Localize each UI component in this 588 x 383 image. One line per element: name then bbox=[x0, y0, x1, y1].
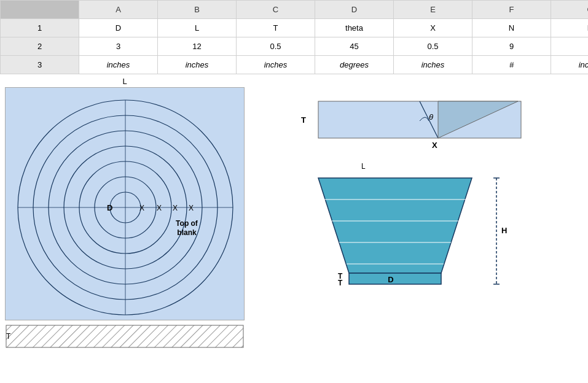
cell-b3[interactable]: inches bbox=[158, 56, 237, 74]
svg-rect-20 bbox=[349, 273, 441, 284]
trap-H-dashed: H bbox=[490, 172, 515, 295]
cell-d1[interactable]: theta bbox=[315, 19, 394, 37]
cell-e2[interactable]: 0.5 bbox=[394, 37, 472, 56]
strip-T-label: T bbox=[6, 332, 11, 341]
trapezoid-L-label: L bbox=[361, 162, 539, 171]
col-header-g: G bbox=[551, 1, 589, 19]
circle-X4-label: X bbox=[189, 204, 194, 212]
bottom-strip-diagram: T bbox=[5, 323, 245, 350]
row-header-2: 2 bbox=[1, 37, 79, 56]
cell-a2[interactable]: 3 bbox=[79, 37, 158, 56]
corner-cell bbox=[1, 1, 79, 19]
angle-X-label: X bbox=[432, 141, 437, 150]
table-row: 3 inches inches inches degrees inches # … bbox=[1, 56, 589, 74]
cell-f1[interactable]: N bbox=[472, 19, 551, 37]
col-header-c: C bbox=[237, 1, 315, 19]
table-row: 2 3 12 0.5 45 0.5 9 5 bbox=[1, 37, 589, 56]
spreadsheet-table: A B C D E F G 1 D L T theta X N H 2 3 12… bbox=[0, 0, 588, 74]
cell-d3[interactable]: degrees bbox=[315, 56, 394, 74]
trap-H-label: H bbox=[501, 226, 507, 235]
top-of-blank-label: Top of bbox=[176, 219, 198, 228]
col-header-e: E bbox=[394, 1, 472, 19]
circle-X3-label: X bbox=[173, 204, 178, 212]
svg-marker-15 bbox=[318, 178, 472, 273]
col-header-b: B bbox=[158, 1, 237, 19]
circle-D-label: D bbox=[107, 203, 112, 212]
cell-c3[interactable]: inches bbox=[237, 56, 315, 74]
cell-g1[interactable]: H bbox=[551, 19, 589, 37]
left-diagram-L-label: L bbox=[122, 77, 127, 86]
cell-a1[interactable]: D bbox=[79, 19, 158, 37]
cell-e3[interactable]: inches bbox=[394, 56, 472, 74]
trap-T2-label: T bbox=[338, 279, 343, 287]
trap-D-label: D bbox=[388, 275, 393, 284]
circle-diagram: Top of blank D X X X X bbox=[5, 87, 245, 320]
svg-text:blank: blank bbox=[177, 228, 197, 237]
cell-e1[interactable]: X bbox=[394, 19, 472, 37]
row-header-3: 3 bbox=[1, 56, 79, 74]
cell-c2[interactable]: 0.5 bbox=[237, 37, 315, 56]
cell-g3[interactable]: inches bbox=[551, 56, 589, 74]
cell-f2[interactable]: 9 bbox=[472, 37, 551, 56]
col-header-a: A bbox=[79, 1, 158, 19]
cell-a3[interactable]: inches bbox=[79, 56, 158, 74]
cell-b2[interactable]: 12 bbox=[158, 37, 237, 56]
angle-T-label: T bbox=[301, 115, 306, 125]
cell-d2[interactable]: 45 bbox=[315, 37, 394, 56]
svg-rect-11 bbox=[6, 325, 243, 347]
circle-X2-label: X bbox=[157, 204, 162, 212]
cell-g2[interactable]: 5 bbox=[551, 37, 589, 56]
row-header-1: 1 bbox=[1, 19, 79, 37]
theta-symbol: θ bbox=[429, 112, 433, 122]
angle-diagram: T θ X bbox=[300, 89, 539, 150]
circle-X1-label: X bbox=[139, 204, 144, 212]
cell-b1[interactable]: L bbox=[158, 19, 237, 37]
col-header-f: F bbox=[472, 1, 551, 19]
table-row: 1 D L T theta X N H bbox=[1, 19, 589, 37]
trapezoid-diagram: T T D bbox=[300, 172, 490, 295]
cell-c1[interactable]: T bbox=[237, 19, 315, 37]
col-header-d: D bbox=[315, 1, 394, 19]
cell-f3[interactable]: # bbox=[472, 56, 551, 74]
